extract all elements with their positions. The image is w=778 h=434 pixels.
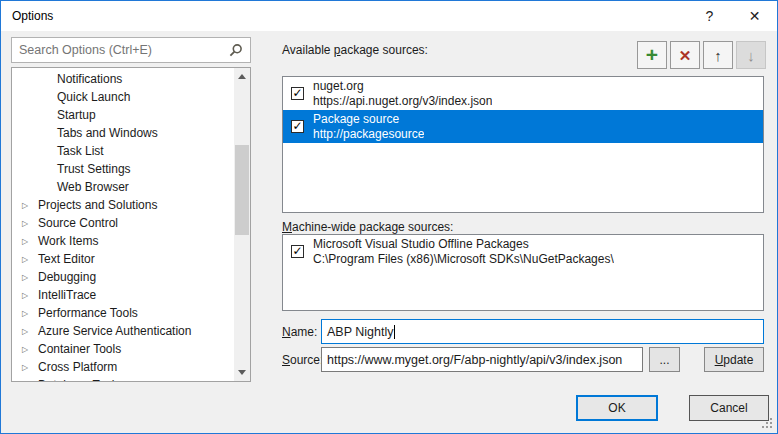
expand-arrow-icon[interactable]: ▷	[22, 327, 38, 336]
tree-rows: NotificationsQuick LaunchStartupTabs and…	[12, 70, 233, 381]
resize-grip[interactable]	[761, 417, 773, 429]
package-source-url: http://packagesource	[313, 127, 424, 142]
text-caret	[394, 325, 395, 339]
package-source-text: Package sourcehttp://packagesource	[313, 112, 424, 142]
add-source-button[interactable]: +	[637, 41, 667, 69]
tree-item-label: Container Tools	[38, 342, 121, 356]
close-button[interactable]: ✕	[732, 1, 777, 31]
expand-arrow-icon[interactable]: ▷	[22, 363, 38, 372]
tree-item-label: IntelliTrace	[38, 288, 96, 302]
tree-item-label: Quick Launch	[57, 90, 130, 104]
checkbox-icon[interactable]: ✓	[291, 245, 304, 258]
package-source-url: https://api.nuget.org/v3/index.json	[313, 94, 492, 109]
options-category-tree: NotificationsQuick LaunchStartupTabs and…	[11, 67, 251, 382]
tree-item-database-tools[interactable]: ▷Database Tools	[12, 376, 233, 381]
tree-item-label: Projects and Solutions	[38, 198, 157, 212]
source-value: https://www.myget.org/F/abp-nightly/api/…	[327, 353, 622, 367]
package-source-row[interactable]: ✓nuget.orghttps://api.nuget.org/v3/index…	[283, 77, 763, 110]
tree-item-work-items[interactable]: ▷Work Items	[12, 232, 233, 250]
label-accel: N	[282, 325, 291, 339]
tree-item-container-tools[interactable]: ▷Container Tools	[12, 340, 233, 358]
tree-item-label: Database Tools	[38, 378, 121, 381]
help-button[interactable]: ?	[687, 1, 732, 31]
ok-label: OK	[608, 401, 625, 415]
remove-source-button[interactable]: ✕	[670, 41, 700, 69]
package-source-row[interactable]: ✓Package sourcehttp://packagesource	[283, 110, 763, 143]
tree-item-task-list[interactable]: Task List	[12, 142, 233, 160]
delete-icon: ✕	[679, 48, 692, 63]
label-accel: S	[282, 353, 290, 367]
name-label: Name:	[282, 325, 317, 339]
move-down-button[interactable]: ↓	[736, 41, 766, 69]
arrow-up-icon: ↑	[714, 48, 722, 63]
expand-arrow-icon[interactable]: ▷	[22, 237, 38, 246]
package-source-name: Microsoft Visual Studio Offline Packages	[313, 237, 614, 252]
source-input[interactable]: https://www.myget.org/F/abp-nightly/api/…	[321, 347, 643, 372]
update-label: Update	[715, 353, 754, 367]
scrollbar-thumb[interactable]	[235, 145, 249, 235]
cancel-button[interactable]: Cancel	[689, 395, 769, 421]
browse-label: ...	[659, 353, 669, 367]
title-bar: Options ? ✕	[1, 1, 777, 31]
tree-item-notifications[interactable]: Notifications	[12, 70, 233, 88]
expand-arrow-icon[interactable]: ▷	[22, 291, 38, 300]
browse-button[interactable]: ...	[649, 347, 680, 372]
expand-arrow-icon[interactable]: ▷	[22, 219, 38, 228]
package-source-text: Microsoft Visual Studio Offline Packages…	[313, 237, 614, 267]
tree-item-web-browser[interactable]: Web Browser	[12, 178, 233, 196]
name-input[interactable]: ABP Nightly	[321, 319, 764, 344]
scroll-down-icon[interactable]	[234, 364, 250, 381]
arrow-down-icon: ↓	[747, 48, 755, 63]
search-input[interactable]: Search Options (Ctrl+E)	[11, 37, 251, 63]
label-text: Available	[282, 43, 334, 57]
tree-item-quick-launch[interactable]: Quick Launch	[12, 88, 233, 106]
package-source-url: C:\Program Files (x86)\Microsoft SDKs\Nu…	[313, 252, 614, 267]
tree-item-label: Work Items	[38, 234, 98, 248]
checkbox-icon[interactable]: ✓	[291, 87, 304, 100]
ok-button[interactable]: OK	[576, 395, 658, 421]
package-source-row[interactable]: ✓Microsoft Visual Studio Offline Package…	[283, 235, 763, 268]
update-button[interactable]: Update	[704, 347, 764, 372]
scroll-up-icon[interactable]	[234, 68, 250, 85]
expand-arrow-icon[interactable]: ▷	[22, 309, 38, 318]
package-source-name: nuget.org	[313, 79, 492, 94]
tree-item-label: Notifications	[57, 72, 122, 86]
machine-sources-list[interactable]: ✓Microsoft Visual Studio Offline Package…	[282, 234, 764, 311]
tree-item-label: Web Browser	[57, 180, 129, 194]
tree-item-projects-and-solutions[interactable]: ▷Projects and Solutions	[12, 196, 233, 214]
tree-item-label: Source Control	[38, 216, 118, 230]
label-text: ame:	[291, 325, 318, 339]
move-up-button[interactable]: ↑	[703, 41, 733, 69]
label-accel: M	[282, 220, 292, 234]
tree-item-label: Azure Service Authentication	[38, 324, 191, 338]
tree-item-source-control[interactable]: ▷Source Control	[12, 214, 233, 232]
label-text: ackage sources:	[341, 43, 428, 57]
tree-item-tabs-and-windows[interactable]: Tabs and Windows	[12, 124, 233, 142]
tree-item-intellitrace[interactable]: ▷IntelliTrace	[12, 286, 233, 304]
tree-item-text-editor[interactable]: ▷Text Editor	[12, 250, 233, 268]
tree-item-label: Startup	[57, 108, 96, 122]
search-icon	[229, 43, 243, 57]
source-toolbar: + ✕ ↑ ↓	[637, 41, 766, 69]
tree-item-debugging[interactable]: ▷Debugging	[12, 268, 233, 286]
available-sources-list[interactable]: ✓nuget.orghttps://api.nuget.org/v3/index…	[282, 76, 764, 213]
name-value: ABP Nightly	[327, 325, 393, 339]
tree-item-azure-service-authentication[interactable]: ▷Azure Service Authentication	[12, 322, 233, 340]
package-source-name: Package source	[313, 112, 424, 127]
available-sources-label: Available package sources:	[282, 43, 428, 57]
tree-item-startup[interactable]: Startup	[12, 106, 233, 124]
package-source-text: nuget.orghttps://api.nuget.org/v3/index.…	[313, 79, 492, 109]
expand-arrow-icon[interactable]: ▷	[22, 273, 38, 282]
expand-arrow-icon[interactable]: ▷	[22, 201, 38, 210]
tree-item-cross-platform[interactable]: ▷Cross Platform	[12, 358, 233, 376]
tree-scrollbar[interactable]	[234, 68, 250, 381]
label-accel: p	[334, 43, 341, 57]
plus-icon: +	[646, 44, 658, 65]
tree-item-trust-settings[interactable]: Trust Settings	[12, 160, 233, 178]
expand-arrow-icon[interactable]: ▷	[22, 381, 38, 382]
checkbox-icon[interactable]: ✓	[291, 120, 304, 133]
expand-arrow-icon[interactable]: ▷	[22, 345, 38, 354]
tree-item-performance-tools[interactable]: ▷Performance Tools	[12, 304, 233, 322]
tree-item-label: Performance Tools	[38, 306, 138, 320]
expand-arrow-icon[interactable]: ▷	[22, 255, 38, 264]
